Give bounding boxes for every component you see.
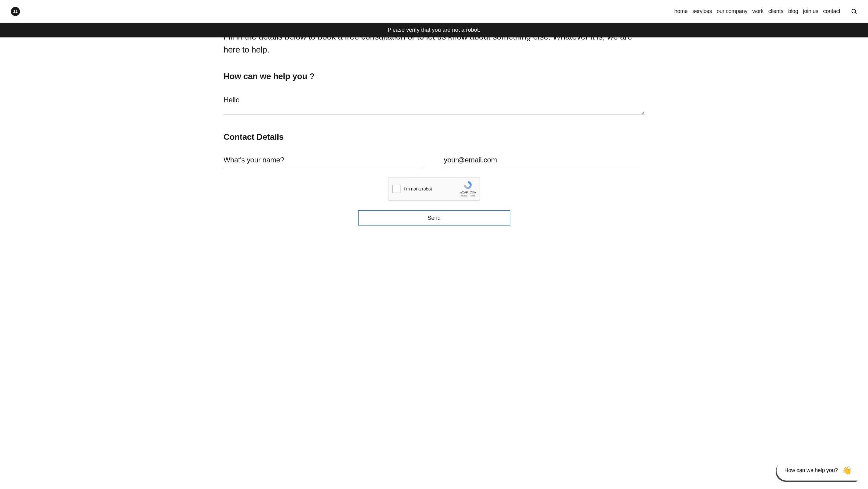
recaptcha-brand-name: reCAPTCHA <box>459 190 476 194</box>
send-button[interactable]: Send <box>358 210 510 225</box>
svg-line-1 <box>855 12 856 13</box>
contact-row <box>224 154 645 168</box>
recaptcha-legal: Privacy - Terms <box>460 194 476 197</box>
nav-work[interactable]: work <box>752 8 764 14</box>
help-heading: How can we help you ? <box>224 71 645 81</box>
site-header: 11 home services our company work client… <box>0 0 868 23</box>
message-input[interactable] <box>224 93 645 114</box>
name-input[interactable] <box>224 154 424 168</box>
nav-services[interactable]: services <box>692 8 712 14</box>
nav-home[interactable]: home <box>674 8 687 14</box>
recaptcha-container: I'm not a robot reCAPTCHA Privacy - Term… <box>224 177 645 201</box>
recaptcha-brand: reCAPTCHA Privacy - Terms <box>459 180 476 197</box>
logo[interactable]: 11 <box>11 7 20 16</box>
recaptcha-privacy[interactable]: Privacy <box>460 194 467 197</box>
nav-our-company[interactable]: our company <box>717 8 748 14</box>
main-nav: home services our company work clients b… <box>674 8 857 14</box>
contact-heading: Contact Details <box>224 132 645 142</box>
recaptcha-terms[interactable]: Terms <box>469 194 475 197</box>
notification-message: Please verify that you are not a robot. <box>388 27 480 33</box>
nav-blog[interactable]: blog <box>788 8 798 14</box>
email-input[interactable] <box>444 154 645 168</box>
recaptcha-widget[interactable]: I'm not a robot reCAPTCHA Privacy - Term… <box>388 177 480 201</box>
nav-clients[interactable]: clients <box>768 8 783 14</box>
nav-join-us[interactable]: join us <box>803 8 818 14</box>
notification-bar: Please verify that you are not a robot. <box>0 23 868 37</box>
search-icon[interactable] <box>851 8 857 14</box>
recaptcha-checkbox[interactable] <box>392 185 401 193</box>
recaptcha-label: I'm not a robot <box>404 187 459 191</box>
logo-text: 11 <box>13 9 18 14</box>
nav-contact[interactable]: contact <box>823 8 840 14</box>
send-wrap: Send <box>224 210 645 225</box>
recaptcha-logo-icon <box>463 180 473 190</box>
